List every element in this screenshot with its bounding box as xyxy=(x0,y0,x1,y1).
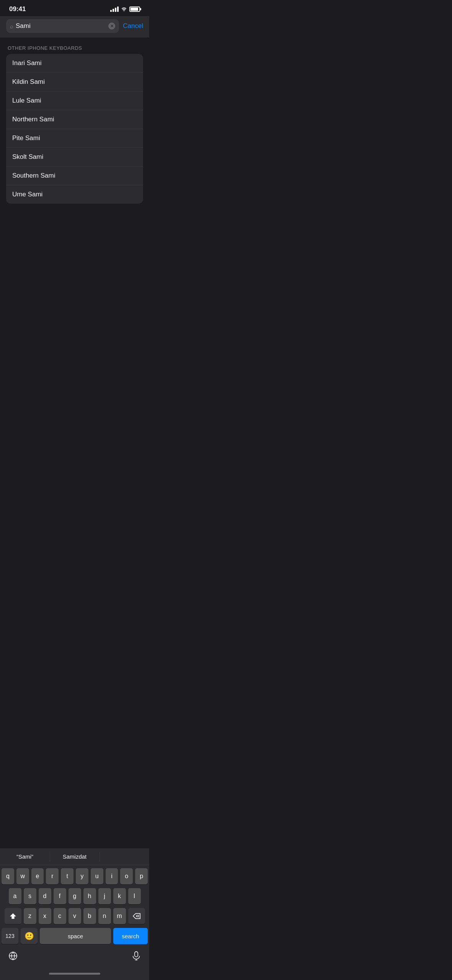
result-item[interactable]: Pite Sami xyxy=(6,129,143,148)
search-input[interactable] xyxy=(16,22,106,30)
signal-bars-icon xyxy=(110,7,119,12)
result-item[interactable]: Kildin Sami xyxy=(6,73,143,91)
result-item[interactable]: Ume Sami xyxy=(6,185,143,204)
result-item[interactable]: Northern Sami xyxy=(6,110,143,129)
result-item[interactable]: Skolt Sami xyxy=(6,148,143,167)
clear-button[interactable]: ✕ xyxy=(108,23,115,29)
status-icons xyxy=(110,6,140,12)
result-item[interactable]: Southern Sami xyxy=(6,167,143,185)
search-icon: ⌕ xyxy=(10,23,13,29)
status-time: 09:41 xyxy=(9,5,26,13)
cancel-button[interactable]: Cancel xyxy=(123,22,143,30)
result-item[interactable]: Lule Sami xyxy=(6,91,143,110)
results-list: Inari SamiKildin SamiLule SamiNorthern S… xyxy=(6,54,143,204)
battery-icon xyxy=(129,7,140,12)
wifi-icon xyxy=(121,6,127,12)
search-field-wrap[interactable]: ⌕ ✕ xyxy=(6,19,119,33)
section-header: OTHER IPHONE KEYBOARDS xyxy=(6,45,143,51)
content-area: OTHER IPHONE KEYBOARDS Inari SamiKildin … xyxy=(0,38,149,207)
result-item[interactable]: Inari Sami xyxy=(6,54,143,73)
search-bar-container: ⌕ ✕ Cancel xyxy=(0,16,149,38)
status-bar: 09:41 xyxy=(0,0,149,16)
